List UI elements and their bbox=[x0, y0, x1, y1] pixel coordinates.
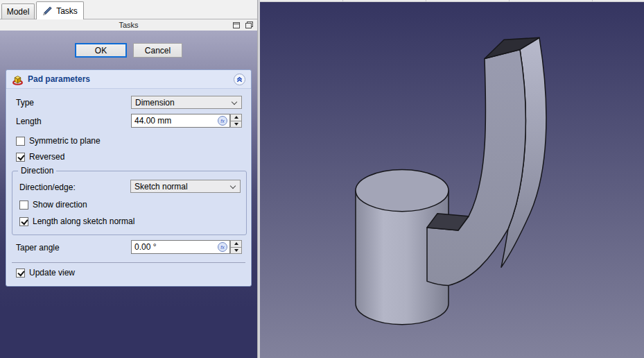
viewport-background bbox=[260, 2, 644, 358]
float-icon[interactable] bbox=[245, 22, 253, 28]
chevron-down-icon bbox=[232, 99, 237, 105]
checkbox-box bbox=[19, 201, 28, 210]
dialog-title: Pad parameters bbox=[28, 74, 90, 84]
pad-icon bbox=[12, 74, 24, 85]
length-spinner bbox=[230, 114, 242, 128]
ok-button[interactable]: OK bbox=[75, 43, 127, 58]
spin-up-button[interactable] bbox=[230, 114, 242, 121]
update-view-checkbox[interactable]: Update view bbox=[16, 268, 75, 278]
cancel-button[interactable]: Cancel bbox=[133, 43, 182, 58]
direction-edge-dropdown[interactable]: Sketch normal bbox=[130, 180, 241, 193]
direction-groupbox: Direction Direction/edge: Sketch normal … bbox=[12, 171, 247, 235]
task-buttons-row: OK Cancel bbox=[0, 43, 257, 58]
taper-spinner bbox=[230, 240, 242, 254]
panel-title-bar: Tasks bbox=[0, 19, 257, 31]
pad-parameters-header: Pad parameters bbox=[6, 70, 251, 89]
spin-down-button[interactable] bbox=[230, 121, 242, 128]
checkbox-box bbox=[19, 217, 28, 226]
pad-parameters-dialog: Pad parameters Type Dimension Length bbox=[6, 69, 252, 287]
collapse-button[interactable] bbox=[234, 74, 245, 85]
spin-up-button[interactable] bbox=[230, 240, 242, 248]
panel-title: Tasks bbox=[119, 21, 138, 29]
triangle-up-icon bbox=[234, 116, 238, 119]
expression-editor-icon[interactable]: fx bbox=[218, 116, 227, 126]
pad-hook-solid[interactable] bbox=[260, 2, 644, 358]
panel-tab-bar: Model Tasks bbox=[0, 0, 257, 19]
3d-viewport[interactable] bbox=[260, 0, 644, 358]
direction-edge-label: Direction/edge: bbox=[19, 182, 76, 192]
taper-angle-label: Taper angle bbox=[16, 243, 60, 253]
tab-tasks[interactable]: Tasks bbox=[36, 1, 84, 19]
checkbox-box bbox=[16, 137, 25, 146]
double-chevron-up-icon bbox=[236, 76, 243, 83]
triangle-up-icon bbox=[234, 242, 238, 245]
chevron-down-icon bbox=[230, 183, 236, 189]
type-label: Type bbox=[16, 98, 34, 108]
spin-down-button[interactable] bbox=[230, 248, 242, 255]
direction-group-legend: Direction bbox=[18, 166, 56, 176]
tasks-panel: Model Tasks Tasks OK Cancel bbox=[0, 0, 257, 358]
show-direction-checkbox[interactable]: Show direction bbox=[19, 200, 87, 210]
reversed-checkbox[interactable]: Reversed bbox=[16, 152, 64, 162]
panel-body: OK Cancel Pad parameters bbox=[0, 31, 257, 358]
checkbox-box bbox=[16, 268, 25, 278]
separator bbox=[12, 262, 245, 263]
tab-model[interactable]: Model bbox=[1, 3, 35, 19]
taper-angle-input[interactable] bbox=[131, 240, 230, 254]
length-along-sketch-normal-checkbox[interactable]: Length along sketch normal bbox=[19, 216, 134, 226]
symmetric-to-plane-checkbox[interactable]: Symmetric to plane bbox=[16, 136, 101, 146]
pad-parameters-body: Type Dimension Length fx Symmetric to pl… bbox=[6, 89, 251, 287]
triangle-down-icon bbox=[234, 123, 238, 126]
length-label: Length bbox=[16, 117, 42, 126]
checkbox-box bbox=[16, 153, 25, 162]
expression-editor-icon[interactable]: fx bbox=[218, 242, 227, 252]
pencil-icon bbox=[42, 6, 53, 16]
tab-model-label: Model bbox=[7, 7, 30, 17]
length-input[interactable] bbox=[131, 114, 230, 128]
tab-tasks-label: Tasks bbox=[56, 6, 78, 16]
type-dropdown[interactable]: Dimension bbox=[131, 96, 242, 109]
dock-icon[interactable] bbox=[233, 22, 240, 28]
triangle-down-icon bbox=[234, 249, 238, 252]
